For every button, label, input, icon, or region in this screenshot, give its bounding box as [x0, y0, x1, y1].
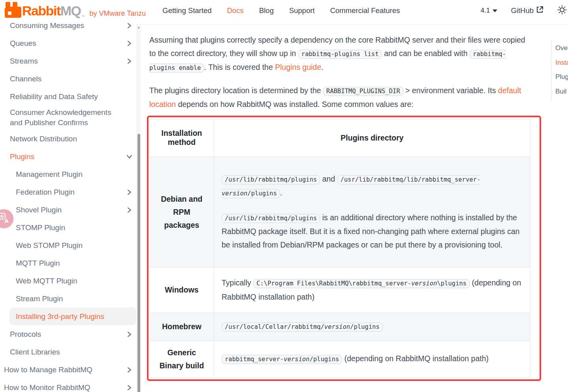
version-label: 4.1 — [481, 7, 490, 15]
sidebar-item-streams[interactable]: Streams — [0, 52, 141, 70]
sidebar-item-stomp-plugin[interactable]: STOMP Plugin — [0, 219, 141, 236]
paragraph-1-text: and can be enabled with — [382, 49, 470, 58]
chevron-right-icon — [126, 367, 132, 373]
cell-text: (depending on RabbitMQ installation path… — [342, 354, 489, 363]
directory-cell: rabbitmq_server-version/plugins (dependi… — [214, 341, 530, 377]
svg-text:A: A — [4, 218, 8, 223]
navbar-divider — [137, 24, 568, 25]
inline-code: /usr/lib/rabbitmq/plugins — [222, 175, 320, 184]
sidebar-item-client-libraries[interactable]: Client Libraries — [0, 343, 141, 361]
caret-down-icon — [493, 9, 497, 12]
sidebar-item-label: Stream Plugin — [16, 294, 63, 303]
sidebar-item-label: Installing 3rd-party Plugins — [16, 312, 104, 321]
sidebar-item-label: Channels — [10, 75, 41, 83]
sidebar-item-label: How to Monitor RabbitMQ — [4, 383, 90, 392]
brand-tm: ™ — [81, 15, 85, 19]
table-row-windows: WindowsTypically C:\Program Files\Rabbit… — [150, 267, 530, 313]
sidebar-item-how-to-monitor-rabbitmq[interactable]: How to Monitor RabbitMQ — [0, 379, 141, 392]
method-cell: Homebrew — [150, 313, 214, 341]
paragraph-1: Assuming that plugins correctly specify … — [149, 34, 531, 75]
sidebar-item-consumer-acknowledgements-and-publisher-confirms[interactable]: Consumer Acknowledgements and Publisher … — [0, 105, 141, 130]
toc-item-plug[interactable]: Plug — [555, 70, 568, 84]
link-plugins-guide[interactable]: Plugins guide — [275, 63, 321, 71]
navbar: RabbitMQ ™ by VMware Tanzu Getting Start… — [0, 0, 568, 21]
sidebar-item-federation-plugin[interactable]: Federation Plugin — [0, 183, 141, 201]
table-of-contents: OverInstaPlugBuil — [551, 40, 568, 101]
brand-mq: MQ — [60, 3, 81, 18]
method-cell: Windows — [150, 267, 214, 313]
github-link[interactable]: GitHub — [511, 6, 544, 15]
nav-right: 4.1 GitHub — [481, 5, 564, 17]
sidebar-item-label: Reliability and Data Safety — [10, 92, 98, 101]
rabbitmq-logo-icon — [3, 1, 21, 20]
nav-link-support[interactable]: Support — [289, 6, 315, 15]
sidebar-item-web-mqtt-plugin[interactable]: Web MQTT Plugin — [0, 272, 141, 290]
toc-item-buil[interactable]: Buil — [555, 84, 568, 99]
sidebar-item-consuming-messages[interactable]: Consuming Messages — [0, 21, 141, 34]
sidebar-item-label: Network Distribution — [10, 135, 77, 143]
inline-code: rabbitmq-plugins list — [298, 50, 382, 59]
scroll-up-icon[interactable]: ▲ — [136, 26, 141, 29]
chevron-right-icon — [126, 40, 132, 46]
sidebar-item-how-to-manage-rabbitmq[interactable]: How to Manage RabbitMQ — [0, 361, 141, 379]
chevron-right-icon — [126, 207, 132, 213]
paragraph-1-text: . — [321, 63, 323, 71]
sidebar-item-label: Consumer Acknowledgements and Publisher … — [10, 107, 123, 128]
inline-code: RABBITMQ_PLUGINS_DIR — [323, 87, 403, 96]
sidebar-item-label: Shovel Plugin — [16, 206, 62, 214]
inline-code: rabbitmq_server-version/plugins — [222, 355, 342, 364]
directory-cell: Typically C:\Program Files\RabbitMQ\rabb… — [214, 267, 530, 313]
table-header-cell-plugins-directory: Plugins directory — [214, 119, 530, 157]
version-dropdown[interactable]: 4.1 — [481, 7, 498, 15]
paragraph-1-text: . This is covered the — [204, 63, 275, 71]
sidebar: Consuming MessagesQueuesStreamsChannelsR… — [0, 21, 141, 392]
sidebar-item-label: Federation Plugin — [16, 188, 75, 197]
sidebar-item-label: Queues — [10, 39, 36, 48]
toc-item-over[interactable]: Over — [555, 41, 568, 56]
cell-paragraph-2: /usr/lib/rabbitmq/plugins is an addition… — [222, 211, 523, 252]
sidebar-item-label: Web STOMP Plugin — [16, 241, 83, 250]
sidebar-item-label: Protocols — [10, 330, 41, 339]
paragraph-2: The plugins directory location is determ… — [149, 84, 531, 111]
sidebar-item-label: Consuming Messages — [10, 21, 84, 30]
sidebar-item-management-plugin[interactable]: Management Plugin — [0, 165, 141, 183]
doc-content: Assuming that plugins correctly specify … — [149, 24, 531, 378]
nav-link-blog[interactable]: Blog — [259, 6, 274, 15]
sidebar-item-queues[interactable]: Queues — [0, 34, 141, 52]
scrollbar-thumb[interactable] — [137, 134, 140, 392]
paragraph-2-text: > environment variable. Its — [403, 86, 498, 95]
sidebar-item-installing-3rd-party-plugins[interactable]: Installing 3rd-party Plugins — [9, 308, 136, 325]
translate-icon: 中 A — [0, 213, 9, 225]
sidebar-item-mqtt-plugin[interactable]: MQTT Plugin — [0, 254, 141, 272]
rabbitmq-home-link[interactable]: RabbitMQ ™ by VMware Tanzu — [3, 1, 146, 20]
sidebar-scrollbar[interactable]: ▲ — [136, 25, 141, 392]
nav-links: Getting StartedDocsBlogSupportCommercial… — [162, 6, 400, 15]
sidebar-item-network-distribution[interactable]: Network Distribution — [0, 130, 141, 148]
sidebar-item-stream-plugin[interactable]: Stream Plugin — [0, 290, 141, 308]
sidebar-item-label: Streams — [10, 57, 38, 66]
sun-icon — [557, 5, 567, 17]
method-cell: Generic Binary build — [150, 341, 214, 377]
sidebar-item-label: Web MQTT Plugin — [16, 277, 77, 285]
chevron-right-icon — [126, 23, 132, 28]
sidebar-item-shovel-plugin[interactable]: Shovel Plugin — [0, 201, 141, 219]
cell-text: and — [320, 174, 337, 183]
nav-link-docs[interactable]: Docs — [227, 6, 244, 15]
theme-toggle[interactable] — [557, 5, 567, 17]
nav-link-getting-started[interactable]: Getting Started — [162, 6, 211, 15]
sidebar-item-web-stomp-plugin[interactable]: Web STOMP Plugin — [0, 236, 141, 254]
external-link-icon — [536, 6, 544, 15]
chevron-right-icon — [126, 189, 132, 195]
toc-item-insta[interactable]: Insta — [555, 56, 568, 70]
inline-code: /usr/local/Cellar/rabbitmq/version/plugi… — [222, 323, 383, 332]
nav-link-commercial-features[interactable]: Commercial Features — [330, 6, 400, 15]
sidebar-item-label: Plugins — [10, 152, 34, 161]
sidebar-item-reliability-and-data-safety[interactable]: Reliability and Data Safety — [0, 88, 141, 105]
sidebar-item-plugins[interactable]: Plugins — [0, 148, 141, 165]
chevron-right-icon — [126, 384, 132, 390]
sidebar-item-label: MQTT Plugin — [16, 259, 60, 268]
sidebar-item-protocols[interactable]: Protocols — [0, 325, 141, 343]
plugins-table: Installation methodPlugins directory Deb… — [149, 119, 530, 378]
sidebar-item-label: Management Plugin — [16, 170, 83, 179]
sidebar-item-channels[interactable]: Channels — [0, 70, 141, 88]
